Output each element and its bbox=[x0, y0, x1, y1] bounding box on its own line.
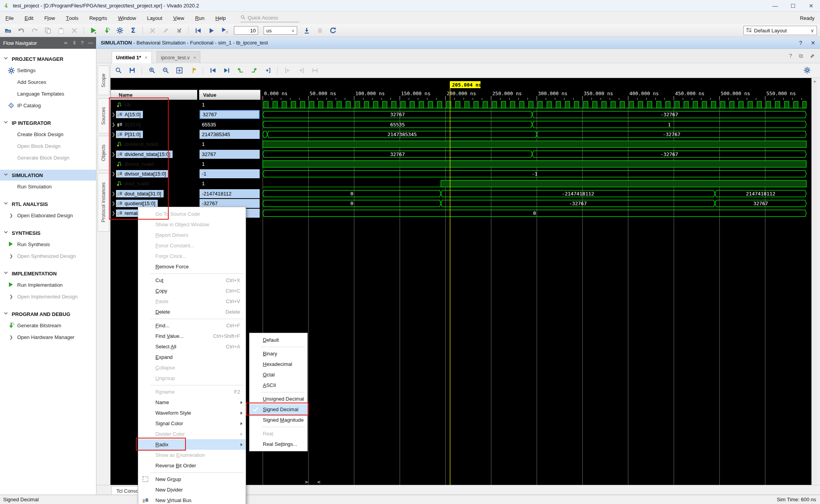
signal-row-B-15-0-[interactable]: ❯B[15:0] bbox=[111, 120, 197, 130]
run-all-icon[interactable] bbox=[303, 27, 310, 34]
nav-item-ip-catalog[interactable]: IP Catalog bbox=[0, 99, 96, 111]
nav-item-run-simulation[interactable]: Run Simulation bbox=[0, 181, 96, 192]
quick-access-search[interactable]: Quick Access bbox=[241, 14, 299, 22]
pause-icon[interactable] bbox=[316, 27, 324, 34]
tab-untitled-1[interactable]: Untitled 1* × bbox=[112, 51, 152, 63]
signal-value-divisor-tdata-15-0-[interactable]: -1 bbox=[200, 169, 260, 179]
close-tab-icon[interactable]: × bbox=[144, 55, 148, 60]
search-icon[interactable] bbox=[114, 67, 122, 75]
nav-item-generate-block-design[interactable]: Generate Block Design bbox=[0, 152, 96, 163]
menu-item-waveform-style[interactable]: Waveform Style bbox=[138, 408, 246, 418]
menu-item-new-virtual-bus[interactable]: New Virtual Bus bbox=[138, 495, 246, 504]
signal-value-clk[interactable]: 1 bbox=[200, 100, 260, 110]
nav-section-rtl-analysis[interactable]: RTL ANALYSIS bbox=[0, 199, 96, 209]
menu-item-expand[interactable]: Expand bbox=[138, 352, 246, 362]
menu-run[interactable]: Run bbox=[190, 15, 210, 21]
side-tab-objects[interactable]: Objects bbox=[98, 136, 109, 170]
signal-value-P-31-0-[interactable]: 2147385345 bbox=[200, 130, 260, 139]
menu-item-delete[interactable]: DeleteDelete bbox=[138, 307, 246, 317]
save-icon[interactable] bbox=[128, 67, 136, 75]
expander-icon[interactable]: ❯ bbox=[112, 152, 115, 157]
menu-item-radix[interactable]: Radix bbox=[138, 439, 246, 450]
zoom-out-icon[interactable] bbox=[162, 67, 169, 75]
signal-value-dout-tdata-31-0-[interactable]: -2147418112 bbox=[200, 189, 260, 199]
nav-item-run-synthesis[interactable]: Run Synthesis bbox=[0, 238, 96, 250]
menu-item-find-value[interactable]: Find Value...Ctrl+Shift+F bbox=[138, 331, 246, 341]
column-header-value[interactable]: Value bbox=[198, 90, 216, 99]
waveform-plot[interactable]: 0.000 ns50.000 ns100.000 ns150.000 ns200… bbox=[260, 78, 811, 485]
report-summary-icon[interactable]: Σ bbox=[129, 27, 137, 34]
nav-item-create-block-design[interactable]: Create Block Design bbox=[0, 128, 96, 140]
nav-section-project-manager[interactable]: PROJECT MANAGER bbox=[0, 53, 96, 64]
signal-row-divisor-tvalid[interactable]: divisor_tvalid bbox=[111, 159, 197, 169]
nav-item-open-synthesized-design[interactable]: ❯Open Synthesized Design bbox=[0, 250, 96, 262]
settings-icon[interactable] bbox=[116, 27, 124, 34]
menu-file[interactable]: File bbox=[0, 15, 19, 21]
signal-row-dout-tvalid[interactable]: dout_tvalid bbox=[111, 179, 197, 188]
menu-item-signed-decimal[interactable]: Signed Decimal bbox=[250, 404, 307, 415]
cancel-icon[interactable] bbox=[148, 27, 156, 34]
expander-icon[interactable]: ❯ bbox=[112, 171, 115, 176]
nav-item-open-hardware-manager[interactable]: ❯Open Hardware Manager bbox=[0, 331, 96, 343]
menu-item-ascii[interactable]: ASCII bbox=[250, 380, 307, 390]
expander-icon[interactable]: ❯ bbox=[112, 211, 115, 216]
edit-icon[interactable] bbox=[162, 27, 169, 34]
menu-item-copy[interactable]: CopyCtrl+C bbox=[138, 286, 246, 296]
menu-tools[interactable]: Tools bbox=[61, 15, 84, 21]
menu-item-octal[interactable]: Octal bbox=[250, 369, 307, 380]
fit-selection-icon[interactable] bbox=[311, 67, 319, 75]
expander-icon[interactable]: ❯ bbox=[112, 122, 115, 127]
menu-item-default[interactable]: Default bbox=[250, 335, 307, 345]
menu-item-signed-magnitude[interactable]: Signed Magnitude bbox=[250, 415, 307, 425]
paste-icon[interactable] bbox=[57, 27, 65, 34]
clear-breakpoints-icon[interactable] bbox=[175, 27, 183, 34]
menu-window[interactable]: Window bbox=[112, 15, 141, 21]
menu-item-real-settings[interactable]: Real Settings... bbox=[250, 439, 307, 449]
nav-item-open-block-design[interactable]: Open Block Design bbox=[0, 140, 96, 152]
signal-row-clk[interactable]: clk bbox=[111, 100, 197, 110]
menu-reports[interactable]: Reports bbox=[84, 15, 113, 21]
signal-row-divisor-tdata-15-0-[interactable]: ❯divisor_tdata[15:0] bbox=[111, 169, 197, 179]
add-marker-icon[interactable] bbox=[264, 67, 271, 75]
next-transition-icon[interactable] bbox=[223, 67, 230, 75]
signal-value-divisor-tvalid[interactable]: 1 bbox=[200, 159, 260, 169]
nav-item-settings[interactable]: Settings bbox=[0, 64, 96, 76]
nav-item-open-elaborated-design[interactable]: ❯Open Elaborated Design bbox=[0, 209, 96, 221]
close-icon[interactable]: ✕ bbox=[811, 40, 815, 46]
go-to-time-right-icon[interactable] bbox=[297, 67, 305, 75]
nav-section-program-and-debug[interactable]: PROGRAM AND DEBUG bbox=[0, 309, 96, 319]
nav-item-language-templates[interactable]: Language Templates bbox=[0, 88, 96, 99]
signal-row-dividend-tvalid[interactable]: dividend_tvalid bbox=[111, 139, 197, 149]
nav-section-simulation[interactable]: SIMULATION bbox=[0, 170, 96, 181]
nav-item-open-implemented-design[interactable]: ❯Open Implemented Design bbox=[0, 291, 96, 302]
menu-flow[interactable]: Flow bbox=[39, 15, 60, 21]
scroll-up-icon[interactable]: ▲ bbox=[813, 79, 816, 83]
expander-icon[interactable]: ❯ bbox=[112, 112, 115, 117]
copy-icon[interactable] bbox=[44, 27, 52, 34]
wave-settings-gear-icon[interactable] bbox=[804, 67, 811, 75]
signal-value-dividend-tvalid[interactable]: 1 bbox=[200, 139, 260, 149]
swap-cursor-right-icon[interactable] bbox=[250, 67, 258, 75]
undo-icon[interactable] bbox=[17, 27, 25, 34]
run-icon[interactable] bbox=[89, 27, 97, 34]
nav-item-run-implementation[interactable]: Run Implementation bbox=[0, 279, 96, 291]
collapse-all-icon[interactable]: ≍ bbox=[64, 40, 68, 46]
zoom-in-icon[interactable] bbox=[148, 67, 156, 75]
signal-value-B-15-0-[interactable]: 65535 bbox=[200, 120, 260, 130]
wave-vertical-scrollbar[interactable]: ▲ bbox=[811, 78, 817, 485]
tab-ipcore-test[interactable]: ipcore_test.v × bbox=[157, 51, 200, 63]
nav-section-ip-integrator[interactable]: IP INTEGRATOR bbox=[0, 117, 96, 128]
menu-item-new-divider[interactable]: New Divider bbox=[138, 484, 246, 495]
menu-item-binary[interactable]: Binary bbox=[250, 348, 307, 359]
run-blue-icon[interactable] bbox=[207, 27, 215, 34]
close-tab-icon[interactable]: × bbox=[193, 55, 196, 60]
open-recent-icon[interactable] bbox=[4, 27, 12, 34]
swap-cursor-left-icon[interactable] bbox=[236, 67, 244, 75]
zoom-fit-icon[interactable] bbox=[175, 67, 183, 75]
signal-value-dividend-tdata-15-0-[interactable]: 32767 bbox=[200, 149, 260, 159]
layout-selector[interactable]: Default Layout ∨ bbox=[743, 26, 817, 35]
go-to-time-left-icon[interactable] bbox=[283, 67, 291, 75]
signal-value-dout-tvalid[interactable]: 1 bbox=[200, 179, 260, 188]
expander-icon[interactable]: ❯ bbox=[9, 254, 13, 259]
side-tab-sources[interactable]: Sources bbox=[98, 98, 109, 133]
